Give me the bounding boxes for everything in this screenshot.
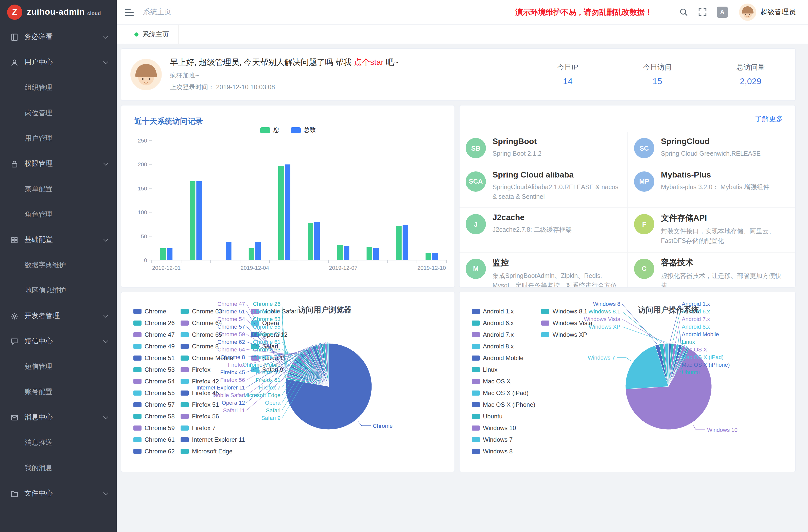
legend-swatch	[472, 309, 480, 314]
legend-item[interactable]: 您	[260, 126, 279, 134]
legend-item[interactable]: Firefox	[181, 364, 245, 375]
legend-item[interactable]: Windows 8	[472, 445, 535, 457]
legend-item[interactable]: Windows 8.1	[541, 305, 592, 317]
sidebar-group-must-view[interactable]: 务必详看	[0, 24, 117, 50]
legend-item[interactable]: Android 7.x	[472, 329, 535, 340]
legend-item[interactable]: Chrome 64	[181, 317, 245, 329]
collapse-menu-icon[interactable]	[125, 8, 134, 16]
username[interactable]: 超级管理员	[760, 7, 796, 17]
legend-item[interactable]: 总数	[290, 126, 316, 134]
legend-item[interactable]: Chrome 49	[133, 340, 175, 352]
sidebar-item-sms-mgmt[interactable]: 短信管理	[0, 354, 117, 379]
legend-item[interactable]: Safari 11	[251, 352, 298, 364]
sidebar-item-dict-maintain[interactable]: 数据字典维护	[0, 253, 117, 278]
sidebar-item-user-mgmt[interactable]: 用户管理	[0, 126, 117, 151]
legend-item[interactable]: Mobile Safari	[251, 305, 298, 317]
bar	[167, 248, 172, 260]
legend-item[interactable]: Android 6.x	[472, 317, 535, 329]
sidebar-item-role-mgmt[interactable]: 角色管理	[0, 202, 117, 227]
sidebar-group-label: 务必详看	[24, 33, 53, 41]
legend-item[interactable]: Chrome 51	[133, 352, 175, 364]
legend-swatch	[181, 437, 189, 442]
sidebar-item-label: 菜单配置	[25, 185, 52, 194]
legend-item[interactable]: Chrome 57	[133, 399, 175, 410]
star-link[interactable]: 点个star	[354, 58, 383, 67]
legend-item[interactable]: Chrome Mobile	[181, 352, 245, 364]
legend-item[interactable]: Windows 10	[472, 422, 535, 434]
legend-item[interactable]: Chrome 47	[133, 329, 175, 340]
legend-item[interactable]: Chrome 61	[133, 434, 175, 445]
legend-item[interactable]: Windows 7	[472, 434, 535, 445]
pie-label: Android 7.x	[682, 316, 710, 322]
legend-item[interactable]: Chrome	[133, 305, 175, 317]
legend-item[interactable]: Chrome 65	[181, 329, 245, 340]
legend-swatch	[472, 390, 480, 395]
sidebar-item-my-messages[interactable]: 我的消息	[0, 455, 117, 481]
tech-badge: SB	[466, 138, 486, 158]
legend-item[interactable]: Internet Explorer 11	[181, 434, 245, 445]
legend-item[interactable]: Firefox 56	[181, 410, 245, 422]
stats: 今日IP 14 今日访问 15 总访问量 2,029	[557, 62, 765, 87]
legend-item[interactable]: Linux	[472, 364, 535, 375]
legend-item[interactable]: Safari	[251, 340, 298, 352]
sidebar-group-basic-config[interactable]: 基础配置	[0, 227, 117, 253]
sidebar-group-permission[interactable]: 权限管理	[0, 151, 117, 177]
search-icon[interactable]	[679, 7, 688, 17]
legend-swatch	[181, 355, 189, 360]
legend-item[interactable]: Mac OS X (iPhone)	[472, 399, 535, 410]
legend-item[interactable]: Windows Vista	[541, 317, 592, 329]
fullscreen-icon[interactable]	[698, 7, 707, 17]
font-size-icon[interactable]: A	[717, 6, 728, 18]
legend-item[interactable]: Firefox 51	[181, 399, 245, 410]
legend-item[interactable]: Firefox 45	[181, 387, 245, 399]
legend-item[interactable]: Chrome 53	[133, 364, 175, 375]
legend-item[interactable]: Chrome 58	[133, 410, 175, 422]
greeting-avatar	[130, 59, 162, 90]
legend-swatch	[541, 332, 550, 337]
legend-item[interactable]: Android 1.x	[472, 305, 535, 317]
legend-item[interactable]: Ubuntu	[472, 410, 535, 422]
sidebar-group-sms-center[interactable]: 短信中心	[0, 329, 117, 354]
user-icon	[10, 58, 19, 67]
legend-item[interactable]: Chrome 63	[181, 305, 245, 317]
legend-item[interactable]: Chrome 54	[133, 375, 175, 387]
sidebar-group-user-center[interactable]: 用户中心	[0, 50, 117, 75]
sidebar-item-menu-config[interactable]: 菜单配置	[0, 177, 117, 202]
legend-item[interactable]: Opera	[251, 317, 298, 329]
legend-item[interactable]: Chrome 59	[133, 422, 175, 434]
tech-card-springcloud: SC SpringCloud Spring Cloud Greenwich.RE…	[627, 132, 795, 165]
sidebar-group-file-center[interactable]: 文件中心	[0, 481, 117, 506]
legend-item[interactable]: Microsoft Edge	[181, 445, 245, 457]
sidebar-item-post-mgmt[interactable]: 岗位管理	[0, 100, 117, 126]
sidebar-group-message-center[interactable]: 消息中心	[0, 405, 117, 430]
avatar[interactable]	[739, 3, 756, 21]
legend-item[interactable]: Chrome 8	[181, 340, 245, 352]
legend-item[interactable]: Android Mobile	[472, 352, 535, 364]
legend-label: Microsoft Edge	[192, 447, 233, 455]
sidebar-item-org-mgmt[interactable]: 组织管理	[0, 75, 117, 100]
legend-item[interactable]: Chrome 55	[133, 387, 175, 399]
stat-value: 14	[557, 76, 578, 87]
legend-item[interactable]: Android 8.x	[472, 340, 535, 352]
legend-item[interactable]: Opera 12	[251, 329, 298, 340]
breadcrumb[interactable]: 系统主页	[143, 7, 171, 17]
learn-more-link[interactable]: 了解更多	[755, 115, 783, 124]
legend-label: 您	[273, 126, 279, 134]
legend-item[interactable]: Chrome 62	[133, 445, 175, 457]
legend-item[interactable]: Windows XP	[541, 329, 592, 340]
tech-title: 文件存储API	[661, 213, 787, 224]
chevron-down-icon	[103, 59, 108, 64]
sidebar-item-msg-push[interactable]: 消息推送	[0, 430, 117, 455]
tab-home[interactable]: 系统主页	[125, 25, 179, 43]
legend-label: Windows 8.1	[553, 308, 587, 315]
legend-item[interactable]: Mac OS X (iPad)	[472, 387, 535, 399]
legend-item[interactable]: Mac OS X	[472, 375, 535, 387]
sidebar-item-account-config[interactable]: 账号配置	[0, 379, 117, 405]
legend-item[interactable]: Chrome 26	[133, 317, 175, 329]
legend-item[interactable]: Firefox 42	[181, 375, 245, 387]
sidebar-item-region-maintain[interactable]: 地区信息维护	[0, 278, 117, 303]
legend-item[interactable]: Firefox 7	[181, 422, 245, 434]
sidebar-group-developer[interactable]: 开发者管理	[0, 303, 117, 329]
legend-swatch	[472, 367, 480, 372]
last-login: 上次登录时间： 2019-12-10 10:03:08	[170, 83, 399, 92]
